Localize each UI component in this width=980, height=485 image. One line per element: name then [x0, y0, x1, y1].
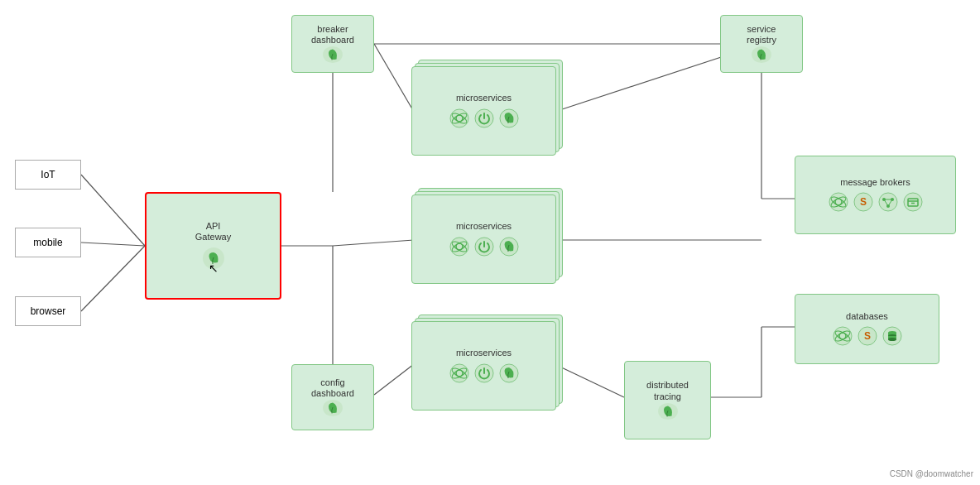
service-registry-label: serviceregistry	[747, 24, 776, 46]
microservices-top-icons	[449, 108, 520, 129]
svg-point-22	[450, 109, 468, 127]
microservices-bot-icons	[449, 363, 520, 384]
archive-icon-mb	[902, 191, 924, 213]
browser-box: browser	[15, 296, 81, 326]
iot-box: IoT	[15, 160, 81, 190]
redis-icon-db: S	[857, 325, 878, 347]
power-icon-mid	[473, 236, 495, 257]
microservices-top: microservices	[411, 66, 556, 156]
svg-line-8	[374, 44, 414, 112]
databases-box: databases S	[795, 294, 939, 364]
config-dashboard-label: configdashboard	[311, 377, 354, 399]
svg-line-0	[81, 175, 145, 246]
atom-icon-mid	[449, 236, 470, 257]
distributed-tracing-label: distributedtracing	[646, 380, 689, 401]
svg-point-28	[450, 238, 468, 256]
watermark: CSDN @doomwatcher	[890, 469, 973, 478]
svg-point-59	[833, 327, 852, 345]
mobile-box: mobile	[15, 228, 81, 257]
svg-line-9	[374, 364, 414, 395]
message-brokers-box: message brokers S	[795, 156, 956, 234]
svg-line-10	[333, 240, 414, 246]
svg-line-2	[81, 246, 145, 311]
iot-label: IoT	[41, 169, 55, 180]
breaker-dashboard-box: breakerdashboard	[291, 15, 374, 73]
breaker-dashboard-label: breakerdashboard	[311, 24, 354, 46]
leaf-icon-bot	[498, 363, 520, 384]
power-icon-top	[473, 108, 495, 129]
svg-line-13	[555, 364, 624, 397]
microservices-bot: microservices	[411, 321, 556, 411]
db-cylinder-icon	[882, 325, 903, 347]
microservices-bot-label: microservices	[456, 348, 512, 358]
service-registry-box: serviceregistry	[720, 15, 803, 73]
power-icon-bot	[473, 363, 495, 384]
rabbit-icon-mb: S	[853, 191, 874, 213]
leaf-icon-mid	[498, 236, 520, 257]
svg-point-70	[888, 338, 896, 341]
distributed-tracing-box: distributedtracing	[624, 361, 711, 439]
svg-text:S: S	[863, 330, 870, 342]
atom-icon-bot	[449, 363, 470, 384]
microservices-mid-label: microservices	[456, 221, 512, 232]
api-gateway-box: APIGateway ↖	[145, 192, 281, 300]
spring-leaf-icon-breaker	[321, 46, 344, 64]
atom-icon-mb	[828, 191, 849, 213]
atom-icon-db	[832, 325, 853, 347]
svg-point-55	[904, 193, 922, 211]
databases-label: databases	[846, 311, 888, 322]
diagram: IoT mobile browser APIGateway ↖ breakerd…	[0, 0, 980, 485]
watermark-text: CSDN @doomwatcher	[890, 469, 973, 478]
microservices-top-label: microservices	[456, 93, 512, 103]
browser-label: browser	[31, 305, 66, 317]
microservices-mid: microservices	[411, 194, 556, 284]
spring-leaf-icon-config	[321, 399, 344, 417]
svg-point-42	[829, 193, 848, 211]
config-dashboard-box: configdashboard	[291, 364, 374, 430]
svg-text:S: S	[859, 196, 866, 208]
nodes-icon-mb	[877, 191, 899, 213]
svg-point-34	[450, 364, 468, 382]
atom-icon-top	[449, 108, 470, 129]
leaf-icon-top	[498, 108, 520, 129]
microservices-mid-icons	[449, 236, 520, 257]
spring-leaf-icon-registry	[750, 46, 773, 64]
svg-point-48	[879, 193, 897, 211]
message-brokers-icons: S	[828, 191, 924, 213]
databases-icons: S	[832, 325, 903, 347]
message-brokers-label: message brokers	[840, 177, 910, 188]
mobile-label: mobile	[33, 237, 62, 248]
spring-leaf-icon-tracing	[656, 402, 680, 420]
api-gateway-label: APIGateway	[195, 221, 231, 242]
svg-line-1	[81, 242, 145, 246]
